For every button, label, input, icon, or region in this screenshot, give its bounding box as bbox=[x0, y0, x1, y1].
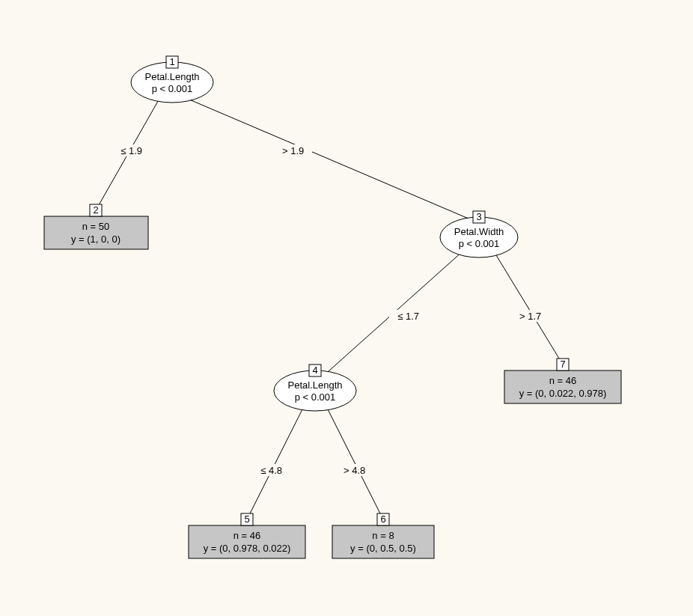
leaf-2-id: 2 bbox=[93, 204, 98, 216]
edge-1-2-label: ≤ 1.9 bbox=[120, 145, 142, 156]
leaf-5-y: y = (0, 0.978, 0.022) bbox=[204, 543, 291, 554]
leaf-7: 7 n = 46 y = (0, 0.022, 0.978) bbox=[504, 359, 621, 403]
node-1-id: 1 bbox=[169, 56, 174, 67]
node-4-var: Petal.Length bbox=[287, 379, 342, 391]
edge-4-5-label: ≤ 4.8 bbox=[260, 465, 282, 476]
node-3-var: Petal.Width bbox=[454, 226, 504, 237]
node-1: 1 Petal.Length p < 0.001 bbox=[131, 56, 213, 103]
leaf-5: 5 n = 46 y = (0, 0.978, 0.022) bbox=[189, 513, 305, 558]
node-4: 4 Petal.Length p < 0.001 bbox=[274, 365, 356, 411]
leaf-7-id: 7 bbox=[560, 359, 565, 370]
leaf-5-n: n = 46 bbox=[233, 530, 261, 541]
edge-4-6-label: > 4.8 bbox=[344, 465, 365, 476]
edge-3-7 bbox=[494, 251, 563, 365]
leaf-7-n: n = 46 bbox=[549, 375, 577, 386]
leaf-2-y: y = (1, 0, 0) bbox=[71, 234, 120, 245]
edge-4-6 bbox=[326, 405, 383, 519]
leaf-6-n: n = 8 bbox=[372, 530, 394, 541]
node-3-p: p < 0.001 bbox=[459, 238, 500, 249]
leaf-2: 2 n = 50 y = (1, 0, 0) bbox=[44, 204, 148, 249]
leaf-2-n: n = 50 bbox=[82, 221, 110, 232]
leaf-5-id: 5 bbox=[244, 513, 249, 525]
node-3: 3 Petal.Width p < 0.001 bbox=[440, 211, 518, 257]
edge-1-3-label: > 1.9 bbox=[282, 145, 304, 156]
node-1-p: p < 0.001 bbox=[152, 83, 193, 94]
edge-3-7-label: > 1.7 bbox=[519, 311, 541, 322]
node-4-p: p < 0.001 bbox=[295, 391, 336, 403]
leaf-7-y: y = (0, 0.022, 0.978) bbox=[519, 388, 607, 399]
leaf-6: 6 n = 8 y = (0, 0.5, 0.5) bbox=[332, 513, 434, 558]
node-3-id: 3 bbox=[476, 211, 481, 222]
edge-3-4-label: ≤ 1.7 bbox=[397, 311, 419, 322]
edge-1-3 bbox=[184, 97, 479, 223]
node-4-id: 4 bbox=[312, 365, 317, 376]
edge-4-5 bbox=[247, 405, 305, 519]
leaf-6-y: y = (0, 0.5, 0.5) bbox=[350, 543, 416, 554]
leaf-6-id: 6 bbox=[380, 513, 385, 525]
node-1-var: Petal.Length bbox=[144, 71, 199, 82]
